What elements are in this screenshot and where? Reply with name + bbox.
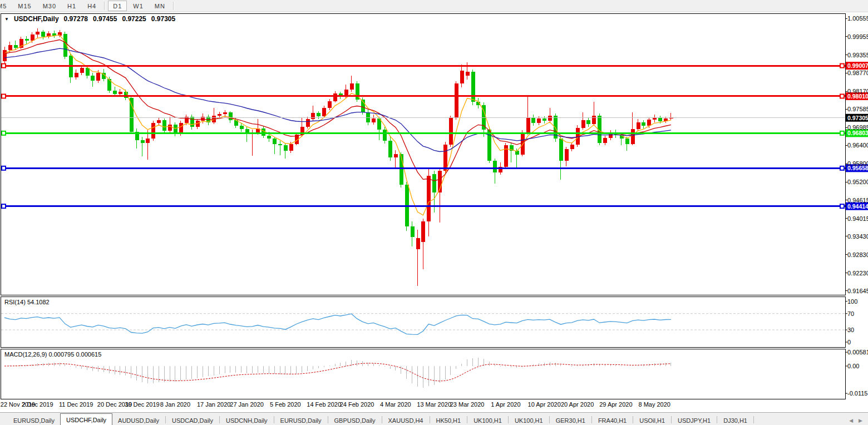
timeframe-button-M30[interactable]: M30 <box>38 1 61 11</box>
candlestick <box>196 121 200 127</box>
macd-axis-label: -0.01151 <box>847 390 868 397</box>
hline-left-handle[interactable] <box>2 94 6 98</box>
candlestick <box>537 118 541 123</box>
candlestick <box>548 116 552 121</box>
candlestick <box>521 132 525 155</box>
timeframe-button-W1[interactable]: W1 <box>128 1 149 11</box>
candlestick <box>350 83 354 90</box>
candlestick <box>317 113 320 116</box>
hline-left-handle[interactable] <box>2 64 6 68</box>
candlestick <box>372 118 376 122</box>
candlestick <box>41 32 45 37</box>
rsi-indicator-label: RSI(14) 54.1082 <box>4 299 50 305</box>
candlestick <box>218 114 221 115</box>
chart-tab-HK50-H1[interactable]: HK50,H1 <box>431 415 467 425</box>
hline-left-handle[interactable] <box>2 204 6 208</box>
price-axis-label: 0.94015 <box>847 215 868 222</box>
toolbar-separator <box>104 2 105 10</box>
hline-right-handle[interactable] <box>840 166 844 170</box>
date-axis-label: 23 Mar 2020 <box>450 401 485 408</box>
chart-tab-DJ30-H1[interactable]: DJ30,H1 <box>718 415 753 425</box>
candlestick <box>625 139 629 144</box>
candlestick <box>162 120 166 131</box>
candlestick <box>586 120 590 124</box>
chart-tab-UK100-H1[interactable]: UK100,H1 <box>468 415 507 425</box>
date-axis-label: 13 Mar 2020 <box>417 401 451 408</box>
candlestick <box>179 123 183 133</box>
chart-tab-GBPUSD-Daily[interactable]: GBPUSD,Daily <box>329 415 381 425</box>
candlestick <box>581 120 585 127</box>
candlestick <box>466 72 470 76</box>
candlestick <box>107 79 111 91</box>
chart-tab-USDCNH-Daily[interactable]: USDCNH,Daily <box>220 415 273 425</box>
candlestick <box>642 122 645 126</box>
candlestick <box>240 126 244 129</box>
candlestick <box>471 72 475 102</box>
candlestick <box>75 73 78 78</box>
price-axis-label: 0.96985 <box>847 124 868 131</box>
candlestick <box>14 45 18 47</box>
tab-scroll-left-icon[interactable]: ◀ <box>849 418 853 423</box>
chart-tab-USDCHF-Daily[interactable]: USDCHF,Daily <box>60 413 112 425</box>
candlestick <box>411 226 415 237</box>
timeframe-button-M15[interactable]: M15 <box>13 1 36 11</box>
tab-separator <box>274 416 274 423</box>
price-axis-label: 0.98170 <box>847 88 868 95</box>
timeframe-button-D1[interactable]: D1 <box>108 1 127 11</box>
candlestick <box>388 141 392 157</box>
candlestick <box>460 71 464 83</box>
price-axis-label: 0.96400 <box>847 142 868 149</box>
candlestick <box>542 118 546 121</box>
candlestick <box>69 56 73 77</box>
chart-tab-bar: EURUSD,DailyUSDCHF,DailyAUDUSD,DailyUSDC… <box>0 412 868 425</box>
date-axis-label: 8 Jan 2020 <box>160 401 190 408</box>
macd-axis-label: 0.00 <box>847 363 859 369</box>
timeframe-button-M5[interactable]: M5 <box>0 1 12 11</box>
toolbar-separator <box>173 2 174 10</box>
hline-left-handle[interactable] <box>2 166 6 170</box>
hline-right-handle[interactable] <box>840 204 844 208</box>
chart-tab-USOil-H1[interactable]: USOil,H1 <box>634 415 670 425</box>
price-badge-label: 0.94414 <box>847 203 868 210</box>
candlestick <box>322 108 326 116</box>
tab-separator <box>382 416 382 423</box>
hline-right-handle[interactable] <box>840 64 844 68</box>
tab-separator <box>753 416 754 423</box>
candlestick <box>96 73 100 81</box>
ohlc-open: 0.97278 <box>64 15 88 23</box>
candlestick <box>526 118 530 132</box>
chart-tab-EURUSD-Daily[interactable]: EURUSD,Daily <box>275 415 327 425</box>
candlestick <box>383 130 387 141</box>
chart-tab-USDJPY-H1[interactable]: USDJPY,H1 <box>672 415 716 425</box>
tab-separator <box>671 416 672 423</box>
candlestick <box>449 118 453 145</box>
candlestick <box>443 145 447 171</box>
hline-right-handle[interactable] <box>840 131 844 135</box>
chart-tab-XAUUSD-H4[interactable]: XAUUSD,H4 <box>383 415 429 425</box>
price-axis-label: 0.91645 <box>847 288 868 294</box>
price-axis-label: 0.94615 <box>847 197 868 204</box>
candlestick <box>366 112 370 122</box>
timeframe-button-H4[interactable]: H4 <box>82 1 101 11</box>
price-axis-label: 0.98770 <box>847 70 868 76</box>
tab-scroll-right-icon[interactable]: ▶ <box>859 418 862 423</box>
symbol-dropdown-icon[interactable]: ▼ <box>4 17 9 22</box>
candlestick <box>306 119 310 127</box>
candlestick <box>86 68 90 76</box>
hline-left-handle[interactable] <box>2 131 6 135</box>
chart-tab-AUDUSD-Daily[interactable]: AUDUSD,Daily <box>112 415 165 425</box>
candlestick <box>328 101 332 108</box>
candlestick <box>157 120 161 123</box>
timeframe-button-H1[interactable]: H1 <box>62 1 81 11</box>
chart-tab-EURUSD-Daily[interactable]: EURUSD,Daily <box>8 415 60 425</box>
candlestick <box>515 151 519 155</box>
chart-tab-GER30-H1[interactable]: GER30,H1 <box>550 415 591 425</box>
price-axis-label: 0.93430 <box>847 233 868 240</box>
hline-right-handle[interactable] <box>840 94 844 98</box>
timeframe-button-MN[interactable]: MN <box>150 1 170 11</box>
candlestick <box>151 123 155 138</box>
chart-tab-UK100-H1[interactable]: UK100,H1 <box>509 415 549 425</box>
date-axis-label: 2 Dec 2019 <box>22 401 53 408</box>
chart-tab-FRA40-H1[interactable]: FRA40,H1 <box>593 415 632 425</box>
chart-tab-USDCAD-Daily[interactable]: USDCAD,Daily <box>166 415 219 425</box>
